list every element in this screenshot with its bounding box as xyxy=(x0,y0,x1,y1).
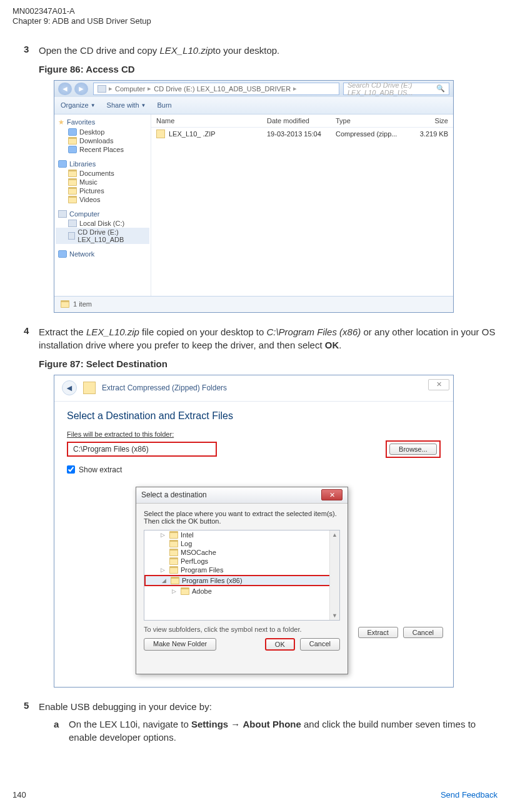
tree-label: MSOCache xyxy=(181,549,216,556)
tree-label: Log xyxy=(181,540,192,547)
step-text: Enable USB debugging in your device by: … xyxy=(39,700,498,748)
breadcrumb-segment[interactable]: CD Drive (E:) LEX_L10_ADB_USB_DRIVER xyxy=(154,85,291,93)
tree-label: Adobe xyxy=(192,587,212,595)
nav-buttons: ◄ ► xyxy=(58,83,88,95)
about-phone-label: About Phone xyxy=(243,719,301,729)
zip-icon xyxy=(83,382,96,394)
cancel-button[interactable]: Cancel xyxy=(300,638,340,651)
tree-item[interactable]: PerfLogs xyxy=(144,557,339,566)
dialog-description: Select the place where you want to extra… xyxy=(144,510,340,525)
new-folder-button[interactable]: Make New Folder xyxy=(144,638,216,651)
sidebar-local-disk[interactable]: Local Disk (C:) xyxy=(56,219,149,228)
dialog-titlebar: Select a destination ✕ xyxy=(136,487,348,504)
step-text: Extract the LEX_L10.zip file copied on y… xyxy=(39,325,498,375)
figure-caption: Figure 87: Select Destination xyxy=(39,357,498,371)
sidebar-recent[interactable]: Recent Places xyxy=(56,145,149,154)
tree-item[interactable]: ▷Adobe xyxy=(144,587,339,596)
col-type[interactable]: Type xyxy=(336,117,404,124)
settings-label: Settings xyxy=(191,719,228,729)
folder-icon xyxy=(68,196,77,203)
figure-caption: Figure 86: Access CD xyxy=(39,63,279,76)
sidebar-cd-drive[interactable]: CD Drive (E:) LEX_L10_ADB xyxy=(56,228,149,244)
back-button[interactable]: ◄ xyxy=(58,83,72,95)
sidebar-label: Computer xyxy=(69,210,99,218)
search-input[interactable]: Search CD Drive (E:) LEX_L10_ADB_US... 🔍 xyxy=(343,83,449,95)
sidebar-network[interactable]: Network xyxy=(56,249,149,259)
col-name[interactable]: Name xyxy=(156,117,267,124)
sidebar-pictures[interactable]: Pictures xyxy=(56,186,149,195)
sidebar-videos[interactable]: Videos xyxy=(56,195,149,204)
sidebar-label: Libraries xyxy=(69,160,96,168)
path: C:\Program Files (x86) xyxy=(266,327,361,337)
explorer-sidebar: ★Favorites Desktop Downloads Recent Plac… xyxy=(54,114,151,296)
ok-button[interactable]: OK xyxy=(265,638,295,651)
tree-item[interactable]: ▷Program Files xyxy=(144,566,339,574)
file-type: Compressed (zipp... xyxy=(336,130,404,138)
explorer-toolbar: Organize Share with Burn xyxy=(54,97,453,114)
folder-icon xyxy=(169,540,178,547)
folder-icon xyxy=(68,187,77,195)
burn-button[interactable]: Burn xyxy=(157,101,171,109)
tree-item[interactable]: MSOCache xyxy=(144,548,339,557)
folder-icon xyxy=(68,178,77,186)
search-icon: 🔍 xyxy=(436,84,445,93)
close-button[interactable]: ✕ xyxy=(428,379,449,390)
file-date: 19-03-2013 15:04 xyxy=(267,130,336,138)
sidebar-desktop[interactable]: Desktop xyxy=(56,128,149,136)
drive-icon xyxy=(98,85,106,93)
window-title: Extract Compressed (Zipped) Folders xyxy=(102,383,227,392)
breadcrumb-segment[interactable]: Computer xyxy=(115,85,145,93)
select-destination-dialog: Select a destination ✕ Select the place … xyxy=(136,487,348,674)
tree-item[interactable]: ▷Intel xyxy=(144,530,339,539)
back-button[interactable]: ◄ xyxy=(62,380,77,395)
star-icon: ★ xyxy=(58,118,64,126)
headline: Select a Destination and Extract Files xyxy=(67,410,441,422)
tree-item[interactable]: Log xyxy=(144,539,339,548)
scrollbar[interactable]: ▲▼ xyxy=(329,530,339,620)
close-button[interactable]: ✕ xyxy=(321,489,342,500)
forward-button[interactable]: ► xyxy=(74,83,88,95)
sidebar-favorites[interactable]: ★Favorites xyxy=(56,117,149,128)
dialog-hint: To view subfolders, click the symbol nex… xyxy=(144,626,340,633)
text-fragment: to your desktop. xyxy=(213,45,280,56)
extract-button[interactable]: Extract xyxy=(358,627,398,638)
folder-tree[interactable]: ▷Intel Log MSOCache PerfLogs ▷Program Fi… xyxy=(144,530,340,621)
cancel-button[interactable]: Cancel xyxy=(403,627,443,638)
computer-icon xyxy=(58,210,67,218)
path-value: C:\Program Files (x86) xyxy=(73,445,149,454)
file-size: 3.219 KB xyxy=(404,130,448,138)
figure-explorer-window: ◄ ► ▸ Computer ▸ CD Drive (E:) LEX_L10_A… xyxy=(54,80,454,313)
sidebar-music[interactable]: Music xyxy=(56,178,149,186)
zip-icon xyxy=(156,129,165,138)
sidebar-downloads[interactable]: Downloads xyxy=(56,136,149,145)
recent-icon xyxy=(68,146,77,153)
sidebar-label: Recent Places xyxy=(79,146,124,153)
button-label: Browse... xyxy=(389,444,437,455)
sidebar-label: Pictures xyxy=(79,187,104,195)
folder-icon xyxy=(169,557,178,565)
file-list: Name Date modified Type Size LEX_L10_ .Z… xyxy=(151,114,453,296)
send-feedback-link[interactable]: Send Feedback xyxy=(441,790,498,799)
col-date[interactable]: Date modified xyxy=(267,117,336,124)
tree-item-selected[interactable]: ◢Program Files (x86) xyxy=(144,575,339,586)
breadcrumb[interactable]: ▸ Computer ▸ CD Drive (E:) LEX_L10_ADB_U… xyxy=(93,83,339,95)
sidebar-libraries[interactable]: Libraries xyxy=(56,159,149,169)
browse-button[interactable]: Browse... xyxy=(386,440,441,458)
step-number: 5 xyxy=(24,700,39,748)
sidebar-label: Favorites xyxy=(67,118,95,126)
checkbox-input[interactable] xyxy=(67,465,75,474)
tree-label: Program Files (x86) xyxy=(182,577,242,584)
folder-icon xyxy=(169,549,178,556)
file-row[interactable]: LEX_L10_ .ZIP 19-03-2013 15:04 Compresse… xyxy=(151,128,453,140)
doc-id: MN002347A01-A xyxy=(12,6,75,16)
destination-path-input[interactable]: C:\Program Files (x86) xyxy=(67,442,217,457)
show-extracted-checkbox[interactable]: Show extract xyxy=(67,465,441,474)
organize-button[interactable]: Organize xyxy=(61,101,96,109)
text-fragment: Enable USB debugging in your device by: xyxy=(39,701,212,712)
share-with-button[interactable]: Share with xyxy=(107,101,146,109)
sidebar-documents[interactable]: Documents xyxy=(56,169,149,178)
column-headers[interactable]: Name Date modified Type Size xyxy=(151,114,453,128)
col-size[interactable]: Size xyxy=(404,117,448,124)
sidebar-computer[interactable]: Computer xyxy=(56,209,149,219)
text-fragment: file copied on your desktop to xyxy=(139,327,266,337)
